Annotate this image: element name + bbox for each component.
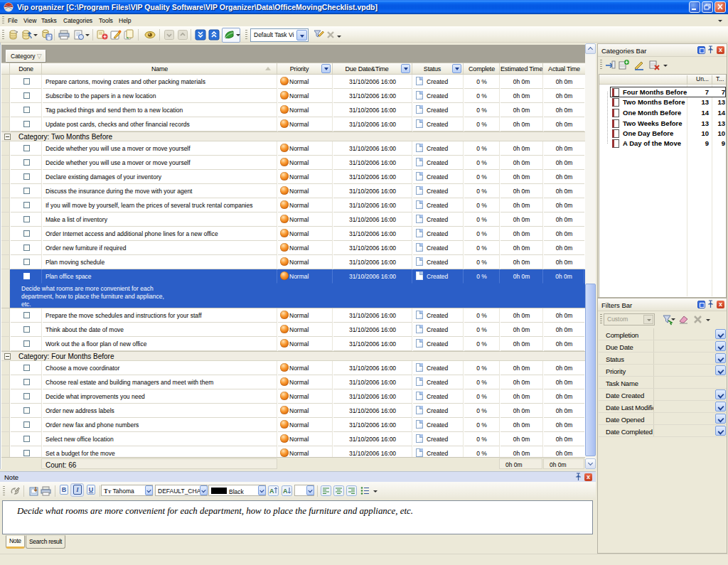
- svg-text:A: A: [283, 488, 288, 495]
- svg-text:A: A: [269, 488, 274, 495]
